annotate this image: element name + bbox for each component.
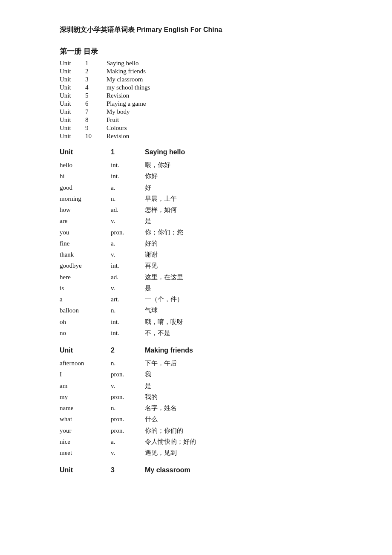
word-pos: int. bbox=[111, 317, 145, 327]
toc-unit-label: Unit bbox=[60, 84, 85, 91]
toc-unit-title: Playing a game bbox=[107, 100, 332, 107]
toc-row: Unit 5 Revision bbox=[60, 92, 332, 99]
word-row: what pron. 什么 bbox=[60, 414, 332, 424]
word-english: your bbox=[60, 426, 111, 436]
word-english: how bbox=[60, 205, 111, 215]
word-pos: n. bbox=[111, 403, 145, 413]
word-english: oh bbox=[60, 317, 111, 327]
word-english: good bbox=[60, 183, 111, 193]
toc-unit-title: Colours bbox=[107, 124, 332, 132]
word-pos: pron. bbox=[111, 414, 145, 424]
word-pos: ad. bbox=[111, 205, 145, 215]
toc-unit-label: Unit bbox=[60, 108, 85, 116]
word-english: here bbox=[60, 272, 111, 282]
word-english: fine bbox=[60, 239, 111, 249]
word-english: my bbox=[60, 392, 111, 402]
word-row: balloon n. 气球 bbox=[60, 306, 332, 315]
word-row: name n. 名字，姓名 bbox=[60, 403, 332, 413]
unit-label: Unit bbox=[60, 148, 111, 156]
word-english: balloon bbox=[60, 306, 111, 315]
word-pos: pron. bbox=[111, 426, 145, 436]
unit-title: Making friends bbox=[145, 347, 332, 354]
word-pos: n. bbox=[111, 358, 145, 368]
word-english: thank bbox=[60, 250, 111, 260]
toc-row: Unit 6 Playing a game bbox=[60, 100, 332, 107]
word-row: goodbye int. 再见 bbox=[60, 261, 332, 271]
toc-unit-num: 1 bbox=[85, 60, 107, 67]
word-meaning: 喂，你好 bbox=[145, 160, 332, 170]
word-english: meet bbox=[60, 448, 111, 458]
word-meaning: 怎样，如何 bbox=[145, 205, 332, 215]
toc-unit-label: Unit bbox=[60, 124, 85, 132]
unit-section-1: Unit 1 Saying hello hello int. 喂，你好 hi i… bbox=[60, 148, 332, 338]
word-meaning: 一（个，件） bbox=[145, 295, 332, 304]
word-pos: a. bbox=[111, 239, 145, 249]
toc-unit-num: 2 bbox=[85, 68, 107, 75]
toc-row: Unit 1 Saying hello bbox=[60, 60, 332, 67]
word-row: how ad. 怎样，如何 bbox=[60, 205, 332, 215]
toc-row: Unit 9 Colours bbox=[60, 124, 332, 132]
word-english: you bbox=[60, 228, 111, 237]
word-row: morning n. 早晨，上午 bbox=[60, 194, 332, 204]
word-english: are bbox=[60, 216, 111, 226]
word-row: you pron. 你；你们；您 bbox=[60, 228, 332, 237]
word-meaning: 遇见，见到 bbox=[145, 448, 332, 458]
unit-title: My classroom bbox=[145, 466, 332, 474]
word-meaning: 你的；你们的 bbox=[145, 426, 332, 436]
word-meaning: 不，不是 bbox=[145, 328, 332, 338]
word-english: morning bbox=[60, 194, 111, 204]
word-row: hello int. 喂，你好 bbox=[60, 160, 332, 170]
word-meaning: 哦，唷，哎呀 bbox=[145, 317, 332, 327]
word-meaning: 下午，午后 bbox=[145, 358, 332, 368]
unit-num: 2 bbox=[111, 347, 145, 354]
toc-heading: 第一册 目录 bbox=[60, 46, 332, 56]
units-section: Unit 1 Saying hello hello int. 喂，你好 hi i… bbox=[60, 148, 332, 474]
word-row: no int. 不，不是 bbox=[60, 328, 332, 338]
word-row: oh int. 哦，唷，哎呀 bbox=[60, 317, 332, 327]
word-row: is v. 是 bbox=[60, 283, 332, 293]
unit-title: Saying hello bbox=[145, 148, 332, 156]
word-pos: v. bbox=[111, 216, 145, 226]
unit-section-2: Unit 2 Making friends afternoon n. 下午，午后… bbox=[60, 347, 332, 458]
toc-unit-title: My body bbox=[107, 108, 332, 116]
word-pos: a. bbox=[111, 183, 145, 193]
word-row: your pron. 你的；你们的 bbox=[60, 426, 332, 436]
word-pos: int. bbox=[111, 160, 145, 170]
word-english: I bbox=[60, 370, 111, 379]
word-row: my pron. 我的 bbox=[60, 392, 332, 402]
word-pos: n. bbox=[111, 306, 145, 315]
word-pos: art. bbox=[111, 295, 145, 304]
word-meaning: 我 bbox=[145, 370, 332, 379]
word-row: good a. 好 bbox=[60, 183, 332, 193]
word-meaning: 什么 bbox=[145, 414, 332, 424]
word-pos: v. bbox=[111, 283, 145, 293]
word-pos: pron. bbox=[111, 392, 145, 402]
toc-unit-label: Unit bbox=[60, 68, 85, 75]
word-meaning: 令人愉快的；好的 bbox=[145, 437, 332, 447]
unit-section-3: Unit 3 My classroom bbox=[60, 466, 332, 474]
page-title: 深圳朗文小学英语单词表 Primary English For China bbox=[60, 26, 332, 35]
word-english: hi bbox=[60, 171, 111, 181]
word-row: afternoon n. 下午，午后 bbox=[60, 358, 332, 368]
toc-row: Unit 4 my school things bbox=[60, 84, 332, 91]
word-meaning: 是 bbox=[145, 283, 332, 293]
word-pos: pron. bbox=[111, 228, 145, 237]
word-row: here ad. 这里，在这里 bbox=[60, 272, 332, 282]
word-meaning: 早晨，上午 bbox=[145, 194, 332, 204]
toc-unit-num: 9 bbox=[85, 124, 107, 132]
word-row: meet v. 遇见，见到 bbox=[60, 448, 332, 458]
word-english: nice bbox=[60, 437, 111, 447]
word-row: hi int. 你好 bbox=[60, 171, 332, 181]
toc-unit-label: Unit bbox=[60, 60, 85, 67]
unit-heading-2: Unit 2 Making friends bbox=[60, 347, 332, 354]
word-pos: v. bbox=[111, 381, 145, 391]
word-meaning: 再见 bbox=[145, 261, 332, 271]
word-pos: ad. bbox=[111, 272, 145, 282]
word-row: thank v. 谢谢 bbox=[60, 250, 332, 260]
unit-heading-3: Unit 3 My classroom bbox=[60, 466, 332, 474]
toc-unit-title: Saying hello bbox=[107, 60, 332, 67]
word-row: are v. 是 bbox=[60, 216, 332, 226]
word-row: a art. 一（个，件） bbox=[60, 295, 332, 304]
toc-row: Unit 10 Revision bbox=[60, 133, 332, 140]
word-english: no bbox=[60, 328, 111, 338]
